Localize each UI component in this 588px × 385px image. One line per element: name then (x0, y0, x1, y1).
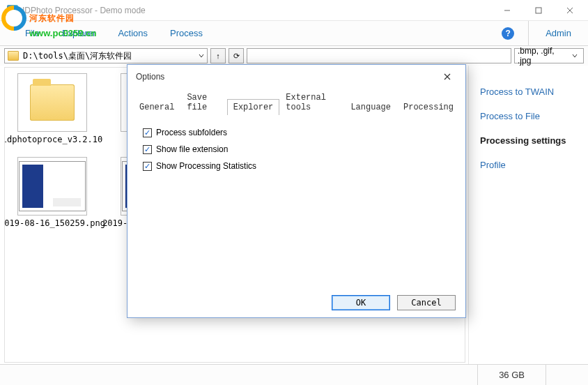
cancel-button[interactable]: Cancel (397, 295, 456, 310)
statusbar: 36 GB (0, 364, 588, 385)
options-dialog: Options General Save file Explorer Exter… (127, 64, 466, 318)
tab-processing[interactable]: Processing (397, 99, 460, 115)
dialog-title: Options (136, 72, 164, 82)
ok-button[interactable]: OK (332, 295, 390, 310)
extension-filter-text: .bmp, .gif, .jpg (518, 46, 569, 66)
window-buttons (491, 0, 585, 21)
image-thumb-icon (19, 161, 86, 211)
menubar: File Explorer Actions Process ? Admin (0, 21, 588, 46)
help-icon[interactable]: ? (502, 27, 514, 40)
minimize-button[interactable] (491, 0, 523, 21)
tab-save-file[interactable]: Save file (180, 89, 226, 115)
status-empty (546, 365, 588, 386)
maximize-button[interactable] (523, 0, 554, 21)
folder-icon (8, 51, 19, 61)
path-text: D:\tools\桌面\河东软件园 (22, 50, 196, 62)
menu-file[interactable]: File (14, 21, 51, 46)
checkbox-label: Show file extension (156, 144, 228, 154)
go-up-button[interactable]: ↑ (210, 48, 226, 63)
menu-actions[interactable]: Actions (107, 21, 159, 46)
checkbox-icon: ✓ (143, 145, 152, 154)
svg-rect-0 (536, 8, 541, 13)
dialog-titlebar[interactable]: Options (127, 65, 465, 89)
close-button[interactable] (554, 0, 585, 21)
file-name: 2019-08-16_150259.png (4, 218, 105, 228)
disk-free-label: 36 GB (477, 365, 546, 386)
checkbox-icon: ✓ (143, 162, 152, 171)
chevron-down-icon (569, 53, 580, 59)
side-process-twain[interactable]: Process to TWAIN (474, 80, 582, 104)
dialog-body: ✓ Process subfolders ✓ Show file extensi… (127, 115, 465, 288)
checkbox-show-extension[interactable]: ✓ Show file extension (143, 144, 450, 154)
folder-icon (30, 84, 75, 121)
chevron-down-icon (196, 53, 207, 59)
side-process-file[interactable]: Process to File (474, 104, 582, 128)
window-title: IDPhoto Processor - Demo mode (22, 6, 491, 15)
tab-external-tools[interactable]: External tools (279, 89, 344, 115)
side-panel: Process to TWAIN Process to File Process… (468, 66, 588, 364)
side-processing-settings[interactable]: Processing settings (474, 128, 582, 153)
checkbox-icon: ✓ (143, 128, 152, 137)
list-item[interactable]: 2019-08-16_150259.png (10, 157, 94, 228)
checkbox-process-subfolders[interactable]: ✓ Process subfolders (143, 128, 450, 137)
file-name: idphotoproce_v3.2.10 (4, 135, 102, 144)
list-item[interactable]: idphotoproce_v3.2.10 (10, 73, 94, 144)
menu-admin[interactable]: Admin (528, 21, 588, 46)
path-dropdown[interactable]: D:\tools\桌面\河东软件园 (4, 48, 208, 63)
extension-filter-dropdown[interactable]: .bmp, .gif, .jpg (514, 48, 584, 63)
filter-input[interactable] (247, 48, 511, 63)
app-icon (7, 5, 18, 16)
menu-explorer[interactable]: Explorer (51, 21, 107, 46)
tab-general[interactable]: General (133, 99, 180, 115)
titlebar: IDPhoto Processor - Demo mode (0, 0, 588, 21)
side-profile[interactable]: Profile (474, 153, 582, 177)
checkbox-label: Show Processing Statistics (156, 161, 256, 171)
dialog-close-button[interactable] (438, 68, 457, 85)
refresh-button[interactable]: ⟳ (229, 48, 244, 63)
tab-explorer[interactable]: Explorer (227, 99, 280, 115)
checkbox-show-statistics[interactable]: ✓ Show Processing Statistics (143, 161, 450, 171)
toolbar: D:\tools\桌面\河东软件园 ↑ ⟳ .bmp, .gif, .jpg (0, 46, 588, 66)
menu-process[interactable]: Process (159, 21, 214, 46)
tab-language[interactable]: Language (344, 99, 397, 115)
dialog-buttons: OK Cancel (127, 288, 465, 317)
dialog-tabs: General Save file Explorer External tool… (127, 89, 465, 114)
checkbox-label: Process subfolders (156, 128, 227, 137)
